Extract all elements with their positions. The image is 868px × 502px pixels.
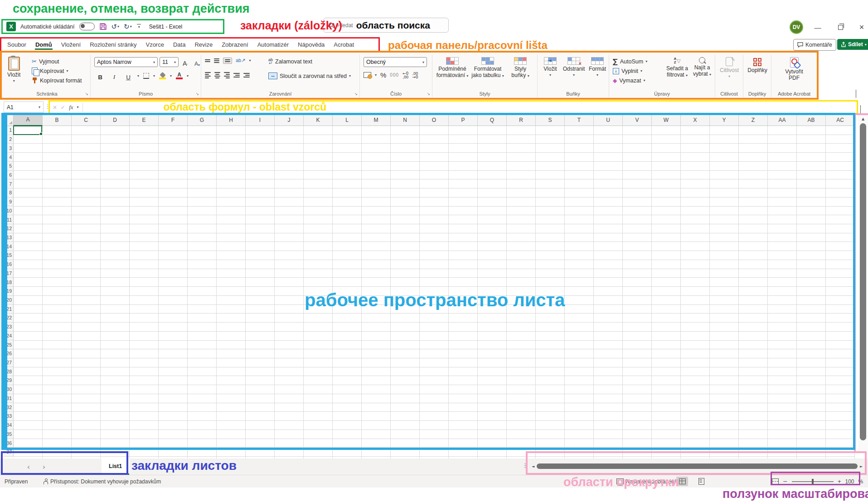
find-select-button[interactable]: Najít avybrat ▾: [691, 57, 713, 78]
column-header-I[interactable]: I: [246, 114, 275, 126]
customize-qat-icon[interactable]: ▾: [136, 24, 142, 29]
row-header-24[interactable]: 24: [4, 332, 14, 341]
wrap-text-button[interactable]: ab↵ Zalamovat text: [268, 57, 312, 66]
fill-dropdown[interactable]: ▾: [170, 74, 172, 78]
page-break-view-icon[interactable]: [772, 478, 779, 484]
sort-filter-button[interactable]: AZ▽ Seřadit afiltrovat ▾: [664, 57, 690, 79]
scroll-right-icon[interactable]: ►: [858, 464, 864, 468]
name-box[interactable]: A1 ▾: [4, 101, 44, 113]
column-header-P[interactable]: P: [449, 114, 478, 126]
row-header-27[interactable]: 27: [4, 358, 14, 367]
view-settings-button[interactable]: Nastavení zobrazení: [616, 475, 676, 488]
enter-icon[interactable]: ✓: [61, 104, 65, 111]
orientation-dropdown[interactable]: ▾: [249, 58, 251, 63]
row-header-2[interactable]: 2: [4, 135, 14, 144]
share-button[interactable]: Sdílet ▾: [837, 39, 868, 50]
merge-center-button[interactable]: ↔ Sloučit a zarovnat na střed ▾: [268, 71, 351, 81]
row-header-22[interactable]: 22: [4, 314, 14, 323]
column-header-Q[interactable]: Q: [478, 114, 507, 126]
bold-button[interactable]: B: [95, 71, 105, 81]
increase-decimal-icon[interactable]: ←0,00: [402, 72, 408, 79]
dialog-launcher-icon[interactable]: ↘: [195, 92, 199, 96]
close-button[interactable]: ×: [857, 23, 867, 32]
column-header-F[interactable]: F: [159, 114, 188, 126]
dialog-launcher-icon[interactable]: ↘: [354, 92, 358, 96]
select-all-button[interactable]: ◢: [4, 114, 14, 126]
undo-button[interactable]: ↺▾: [112, 23, 120, 31]
create-pdf-button[interactable]: VytvořitPDF: [780, 57, 809, 81]
comma-style-icon[interactable]: 000: [390, 72, 399, 77]
sheet-prev-button[interactable]: ‹: [21, 463, 36, 471]
autosave-toggle[interactable]: [79, 23, 95, 30]
column-header-C[interactable]: C: [72, 114, 101, 126]
chevron-down-icon[interactable]: ▾: [117, 24, 119, 29]
save-icon[interactable]: [99, 23, 107, 30]
accounting-format-icon[interactable]: [364, 72, 371, 78]
zoom-in-button[interactable]: +: [838, 478, 841, 485]
percent-style-icon[interactable]: %: [380, 71, 386, 79]
sheet-tab-list1[interactable]: List1: [102, 459, 129, 475]
dialog-launcher-icon[interactable]: ↘: [85, 92, 88, 96]
align-top-icon[interactable]: [205, 59, 210, 62]
font-color-dropdown[interactable]: ▾: [187, 74, 189, 78]
row-header-7[interactable]: 7: [4, 179, 14, 188]
font-color-icon[interactable]: A: [176, 72, 183, 79]
column-header-AC[interactable]: AC: [826, 114, 855, 126]
align-left-icon[interactable]: [205, 72, 211, 78]
horizontal-scroll-thumb[interactable]: [537, 463, 858, 469]
row-header-1[interactable]: 1: [4, 126, 14, 135]
clear-button[interactable]: ◆Vymazat▾: [613, 76, 647, 85]
row-header-14[interactable]: 14: [4, 242, 14, 251]
row-header-31[interactable]: 31: [4, 394, 14, 403]
accounting-dropdown[interactable]: ▾: [375, 73, 377, 77]
scroll-left-icon[interactable]: ◄: [530, 464, 536, 468]
delete-cells-button[interactable]: × Odstranit▾: [561, 57, 587, 77]
row-header-15[interactable]: 15: [4, 251, 14, 260]
worksheet-grid[interactable]: ◢ ABCDEFGHIJKLMNOPQRSTUVWXYZAAABAC 12345…: [4, 114, 856, 459]
insert-cells-button[interactable]: ◄ Vložit▾: [540, 57, 560, 77]
row-header-32[interactable]: 32: [4, 403, 14, 412]
decrease-indent-icon[interactable]: [233, 73, 240, 77]
row-header-10[interactable]: 10: [4, 206, 14, 215]
tab-rozložení stránky[interactable]: Rozložení stránky: [86, 39, 141, 50]
row-header-19[interactable]: 19: [4, 287, 14, 296]
horizontal-scrollbar[interactable]: ◄ ►: [530, 463, 864, 470]
orientation-icon[interactable]: ab↗: [236, 58, 245, 63]
column-header-AB[interactable]: AB: [797, 114, 826, 126]
column-header-T[interactable]: T: [565, 114, 594, 126]
grid-cells[interactable]: [14, 126, 855, 459]
row-header-13[interactable]: 13: [4, 233, 14, 242]
tab-revize[interactable]: Revize: [190, 39, 217, 50]
column-header-Y[interactable]: Y: [710, 114, 739, 126]
column-header-S[interactable]: S: [536, 114, 565, 126]
borders-icon[interactable]: [143, 73, 149, 79]
row-header-30[interactable]: 30: [4, 385, 14, 394]
tab-domů[interactable]: Domů: [31, 39, 56, 50]
row-header-23[interactable]: 23: [4, 323, 14, 332]
column-header-B[interactable]: B: [43, 114, 72, 126]
align-center-icon[interactable]: [214, 72, 220, 78]
row-header-33[interactable]: 33: [4, 412, 14, 421]
normal-view-button[interactable]: [676, 475, 688, 488]
sheet-bar-menu-icon[interactable]: ⋮: [522, 462, 528, 469]
paste-button[interactable]: Vložit ▾: [7, 57, 20, 83]
row-header-35[interactable]: 35: [4, 430, 14, 439]
cut-button[interactable]: ✂Vyjmout: [32, 57, 82, 66]
row-header-12[interactable]: 12: [4, 224, 14, 233]
redo-button[interactable]: ↻▾: [124, 23, 132, 31]
column-header-X[interactable]: X: [681, 114, 710, 126]
column-header-AA[interactable]: AA: [768, 114, 797, 126]
align-middle-icon[interactable]: [214, 58, 219, 63]
column-header-Z[interactable]: Z: [739, 114, 768, 126]
zoom-slider[interactable]: [792, 481, 834, 482]
collapse-ribbon-button[interactable]: [856, 90, 856, 98]
row-header-11[interactable]: 11: [4, 215, 14, 224]
format-painter-button[interactable]: Kopírovat formát: [32, 76, 82, 85]
column-header-H[interactable]: H: [217, 114, 246, 126]
column-header-V[interactable]: V: [623, 114, 652, 126]
row-header-6[interactable]: 6: [4, 171, 14, 180]
column-header-U[interactable]: U: [594, 114, 623, 126]
minimize-button[interactable]: —: [813, 23, 823, 32]
scroll-up-icon[interactable]: ▲: [858, 115, 868, 122]
number-format-select[interactable]: Obecný▾: [364, 57, 427, 67]
